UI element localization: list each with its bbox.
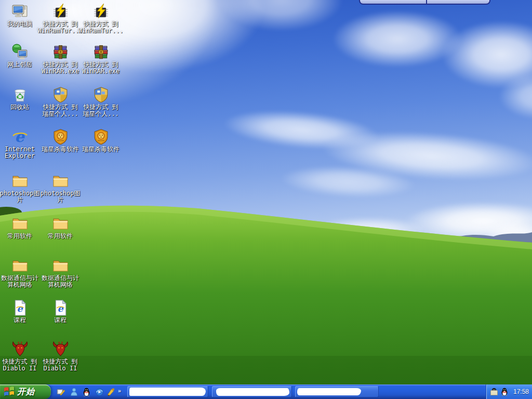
desktop-icon-label: 课程 [37,317,84,324]
desktop-icon-label: 瑞星杀毒软件 [77,146,124,153]
firewall-shield-icon [92,86,110,103]
ie-document-icon [11,299,29,316]
qq-invisible-icon[interactable] [490,388,498,396]
desktop-icon-label: 快捷方式 到 WinRAR.exe [37,61,84,75]
desktop-icon-common-software-folder-2[interactable]: 常用软件 [37,215,84,240]
desktop-icon-rising-firewall-shortcut-1[interactable]: 快捷方式 到 瑞星个人... [37,86,84,117]
desktop-icon-label: 快捷方式 到 WinRAR.exe [77,61,124,75]
paintbrush-icon[interactable] [107,388,115,396]
media-player-icon[interactable] [95,388,104,396]
my-computer-icon [11,3,29,20]
desktop-icon-diablo-shortcut-2[interactable]: 快捷方式 到 Diablo II [37,341,84,372]
desktop-icon-label: 快捷方式 到 WinRamTur... [37,21,84,34]
desktop-icon-rising-antivirus-1[interactable]: 瑞星杀毒软件 [37,128,84,153]
folder-icon [52,215,69,232]
desktop-icon-datacomm-folder-2[interactable]: 数据通信与计 算机网络 [37,257,84,288]
start-button[interactable]: 开始 [0,384,51,399]
ram-chip-icon [52,3,69,20]
desktop-icon-label: 数据通信与计 算机网络 [37,275,84,288]
task-button-3[interactable] [295,386,379,397]
diablo-demon-icon [52,341,69,358]
network-places-icon [11,44,29,61]
desktop-icon-label: photoshop图 片 [37,190,84,204]
desktop-icon-winrar-shortcut-1[interactable]: 快捷方式 到 WinRAR.exe [37,44,84,75]
desktop-icon-winramtur-shortcut-2[interactable]: 快捷方式 到 WinRamTur... [77,3,124,34]
recycle-bin-icon [11,86,29,103]
desktop-icon-rising-antivirus-2[interactable]: 瑞星杀毒软件 [77,128,124,153]
redacted-task-label [129,388,206,396]
show-desktop-icon[interactable] [57,388,65,396]
taskbar: 开始 » 17:58 [0,384,532,399]
desktop-screen: 我的电脑 快捷方式 到 WinRamTur... 快捷方式 到 WinRamTu… [0,0,532,399]
ie-document-icon [52,299,69,316]
task-button-2[interactable] [212,386,292,397]
task-button-1[interactable] [127,386,208,397]
desktop-icon-rising-firewall-shortcut-2[interactable]: 快捷方式 到 瑞星个人... [77,86,124,117]
desktop-icon-label: 瑞星杀毒软件 [37,146,84,153]
desktop-icon-winramtur-shortcut-1[interactable]: 快捷方式 到 WinRamTur... [37,3,84,34]
tray-clock[interactable]: 17:58 [513,388,529,395]
ram-chip-icon [92,3,110,20]
desktop-icon-winrar-shortcut-2[interactable]: 快捷方式 到 WinRAR.exe [77,44,124,75]
messenger-icon[interactable] [70,388,78,396]
folder-icon [52,257,69,274]
lion-shield-icon [92,128,110,145]
winrar-books-icon [52,44,69,61]
firewall-shield-icon [52,86,69,103]
desktop-icon-courses-2[interactable]: 课程 [37,299,84,324]
folder-icon [52,172,69,190]
folder-icon [11,257,29,274]
desktop-icon-label: 快捷方式 到 WinRamTur... [77,21,124,34]
quick-launch-overflow-chevron[interactable]: » [118,388,121,394]
offscreen-window-edge[interactable] [359,0,490,5]
desktop-icon-label: 快捷方式 到 瑞星个人... [77,104,124,117]
folder-icon [11,215,29,232]
redacted-task-label [297,388,361,395]
desktop-icon-photoshop-folder-2[interactable]: photoshop图 片 [37,172,84,204]
windows-logo-icon [4,387,15,397]
system-tray: 17:58 [486,384,532,399]
redacted-task-label [216,388,289,396]
qq-icon[interactable] [500,388,509,396]
diablo-demon-icon [11,341,29,358]
winrar-books-icon [92,44,110,61]
lion-shield-icon [52,128,69,145]
desktop-icon-label: 常用软件 [37,233,84,240]
desktop-icon-label: 快捷方式 到 瑞星个人... [37,104,84,117]
desktop-icon-label: 快捷方式 到 Diablo II [37,358,84,372]
qq-icon[interactable] [82,388,91,396]
start-label: 开始 [17,387,35,397]
internet-explorer-icon [11,128,29,145]
folder-icon [11,172,29,190]
offscreen-window-divider [426,0,427,4]
